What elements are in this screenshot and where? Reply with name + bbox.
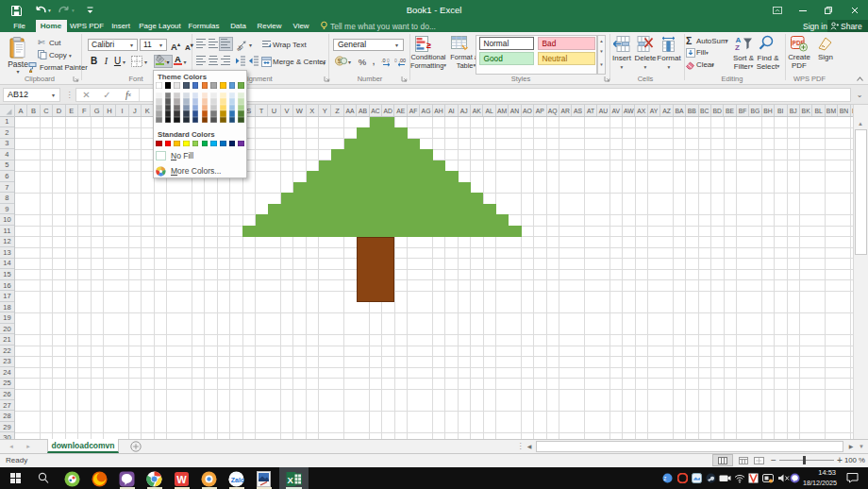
svg-text:≥: ≥ — [426, 41, 431, 50]
svg-text:.0: .0 — [381, 58, 386, 63]
svg-text:X: X — [288, 474, 294, 484]
svg-text:Zalo: Zalo — [231, 476, 244, 482]
svg-text:Z: Z — [735, 43, 740, 51]
svg-text:W: W — [176, 473, 187, 484]
svg-text:0: 0 — [394, 58, 397, 63]
svg-text:Z: Z — [663, 477, 666, 481]
svg-text:0: 0 — [387, 58, 390, 63]
